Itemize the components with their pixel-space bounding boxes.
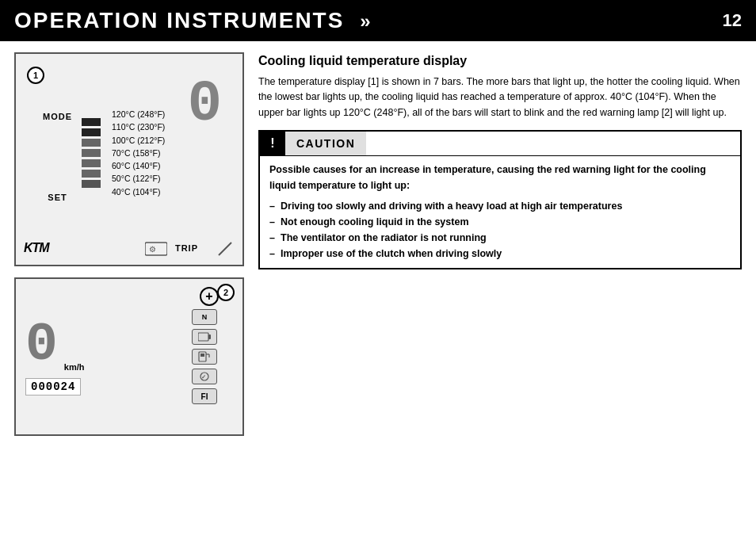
indicator-fuel [192, 349, 217, 365]
svg-rect-3 [198, 333, 208, 341]
caution-box: ! CAUTION Possible causes for an increas… [258, 130, 742, 269]
caution-item-3: The ventilator on the radiator is not ru… [269, 230, 731, 246]
caution-item-2: Not enough cooling liquid in the system [269, 214, 731, 230]
indicator-fi: FI [192, 388, 217, 404]
caution-item-1: Driving too slowly and driving with a he… [269, 198, 731, 214]
caution-body: Possible causes for an increase in tempe… [260, 155, 740, 268]
caution-intro: Possible causes for an increase in tempe… [269, 162, 731, 193]
right-column: Cooling liquid temperature display The t… [258, 52, 742, 436]
indicator-check: ✓ [192, 369, 217, 384]
temp-label-1: 40°C (104°F) [112, 185, 165, 198]
page-header: OPERATION INSTRUMENTS » 12 [0, 0, 756, 41]
circle-label-1: 1 [27, 67, 44, 84]
caution-header: ! CAUTION [260, 132, 740, 155]
temp-label-7: 120°C (248°F) [112, 108, 165, 120]
page-number: 12 [723, 10, 742, 31]
temp-label-6: 110°C (230°F) [112, 120, 165, 133]
bar-5 [82, 139, 101, 147]
temp-label-5: 100°C (212°F) [112, 134, 165, 147]
section-title: Cooling liquid temperature display [258, 54, 742, 68]
svg-line-2 [219, 243, 231, 255]
svg-text:⚙: ⚙ [149, 245, 156, 254]
svg-rect-6 [200, 353, 204, 357]
mode-set-column: MODE SET [43, 112, 72, 202]
svg-text:✓: ✓ [201, 374, 206, 380]
main-content: 1 MODE SET [0, 41, 756, 447]
title-text: OPERATION INSTRUMENTS [14, 8, 344, 32]
needle-indicator-icon [216, 239, 235, 257]
chevron-icon: » [360, 10, 372, 32]
diagram-speedometer: + 2 0 km/h 000024 N [14, 277, 244, 436]
bar-7 [82, 118, 101, 126]
caution-icon: ! [260, 132, 285, 155]
temp-label-2: 50°C (122°F) [112, 172, 165, 185]
diagram-temperature: 1 MODE SET [14, 52, 244, 266]
temp-label-4: 70°C (158°F) [112, 147, 165, 159]
caution-list: Driving too slowly and driving with a he… [269, 198, 731, 262]
trip-label: TRIP [175, 243, 198, 253]
kmh-label: km/h [64, 362, 85, 372]
svg-rect-4 [208, 334, 211, 339]
temp-labels: 120°C (248°F) 110°C (230°F) 100°C (212°F… [112, 108, 165, 198]
caution-label: CAUTION [285, 132, 366, 155]
temp-label-3: 60°C (140°F) [112, 159, 165, 172]
circle-label-2: 2 [217, 284, 235, 301]
indicators-column: N ✓ FI [192, 309, 217, 404]
indicator-neutral: N [192, 309, 217, 325]
diagram-bottom-row: KTM ⚙ TRIP [24, 236, 235, 257]
big-digit-display: 0 [188, 76, 222, 133]
bar-1 [82, 180, 101, 188]
speedo-area: 0 km/h 000024 [25, 318, 182, 396]
bar-6 [82, 128, 101, 136]
set-label: SET [48, 193, 67, 202]
section-body: The temperature display [1] is shown in … [258, 75, 742, 120]
bar-3 [82, 159, 101, 167]
plus-circle-icon: + [200, 287, 219, 306]
ktm-logo: KTM [24, 241, 49, 255]
mode-label: MODE [43, 112, 72, 121]
diagram-top: 1 MODE SET [24, 62, 235, 236]
left-column: 1 MODE SET [14, 52, 244, 436]
indicator-battery [192, 329, 217, 345]
page-title: OPERATION INSTRUMENTS » [14, 8, 372, 33]
caution-item-4: Improper use of the clutch when driving … [269, 246, 731, 262]
temp-bars [82, 118, 101, 188]
bar-2 [82, 170, 101, 178]
gear-indicator-icon: ⚙ [145, 239, 167, 257]
odometer-digits: 000024 [25, 378, 81, 396]
bar-4 [82, 149, 101, 157]
speedo-digit: 0 [25, 318, 58, 372]
